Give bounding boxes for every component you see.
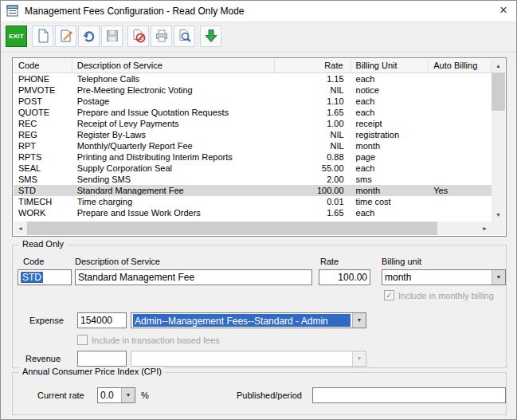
cell-description: Standard Management Fee: [72, 185, 275, 196]
horizontal-scrollbar[interactable]: ◄ ►: [14, 222, 492, 235]
cell-description: Postage: [72, 96, 275, 107]
column-header-rate[interactable]: Rate: [275, 59, 351, 73]
chevron-down-icon[interactable]: ▼: [352, 313, 366, 328]
cell-code: REC: [14, 118, 72, 129]
billing-unit-dropdown[interactable]: month ▼: [382, 269, 506, 285]
table-row[interactable]: POSTPostage1.10each: [14, 96, 492, 107]
table-row[interactable]: TIMECHTime charging0.01time cost: [14, 196, 492, 207]
preview-button[interactable]: [174, 26, 195, 47]
fee-table: Code Description of Service Rate Billing…: [12, 57, 507, 237]
expense-code-field[interactable]: 154000: [77, 312, 127, 328]
cell-rate: 1.65: [275, 107, 351, 118]
cell-unit: each: [351, 163, 429, 174]
cell-auto: [429, 151, 492, 163]
export-button[interactable]: [200, 26, 221, 47]
code-field[interactable]: STD: [18, 269, 72, 285]
page-title: Management Fees Configuration - Read Onl…: [25, 6, 244, 17]
print-button[interactable]: [151, 26, 172, 47]
delete-icon: [131, 29, 146, 43]
table-row[interactable]: PHONETelephone Calls1.15each: [14, 73, 492, 84]
cell-unit: month: [351, 185, 429, 196]
cell-auto: [429, 107, 492, 118]
undo-icon: [82, 29, 96, 43]
cell-auto: [429, 207, 492, 218]
current-rate-value: 0.0: [98, 388, 120, 402]
column-header-description[interactable]: Description of Service: [72, 59, 275, 73]
code-label: Code: [23, 257, 44, 266]
window-icon: [6, 5, 18, 17]
column-header-billing-unit[interactable]: Billing Unit: [351, 59, 429, 73]
current-rate-dropdown[interactable]: 0.0 ▼: [97, 387, 135, 403]
close-button[interactable]: ×: [491, 1, 516, 21]
new-button[interactable]: [32, 26, 53, 47]
table-row[interactable]: REGRegister By-LawsNILregistration: [14, 129, 492, 140]
cell-unit: each: [351, 96, 429, 107]
read-only-group: Read Only Code STD Description of Servic…: [12, 245, 507, 368]
description-field[interactable]: Standard Management Fee: [75, 269, 312, 285]
table-row[interactable]: STDStandard Management Fee100.00monthYes: [14, 185, 492, 196]
new-document-icon: [36, 29, 50, 43]
cell-description: Pre-Meeting Electronic Voting: [72, 84, 275, 96]
scroll-right-icon[interactable]: ►: [478, 222, 492, 235]
table-row[interactable]: RECReceipt of Levy Payments1.00receipt: [14, 118, 492, 129]
include-transaction-label: Include in transaction based fees: [92, 336, 220, 345]
edit-button[interactable]: [55, 26, 76, 47]
expense-account-dropdown[interactable]: Admin--Management Fees--Standard - Admin…: [131, 312, 366, 328]
cell-unit: sms: [351, 174, 429, 185]
cell-rate: 1.15: [275, 73, 351, 84]
published-period-field[interactable]: [312, 387, 506, 403]
cell-rate: 0.88: [275, 151, 351, 163]
column-header-auto-billing[interactable]: Auto Billing: [429, 59, 492, 73]
cell-description: Supply Corporation Seal: [72, 163, 275, 174]
cell-code: POST: [14, 96, 72, 107]
vertical-scrollbar[interactable]: ▲ ▼: [492, 59, 505, 222]
dialog-window: Management Fees Configuration - Read Onl…: [0, 0, 517, 420]
chevron-down-icon[interactable]: ▼: [121, 388, 135, 402]
rate-label: Rate: [320, 257, 339, 266]
undo-button[interactable]: [78, 26, 100, 47]
revenue-code-field[interactable]: [77, 351, 127, 367]
vertical-scroll-thumb[interactable]: [492, 73, 505, 111]
billing-unit-label: Billing unit: [382, 257, 421, 266]
cell-rate: NIL: [275, 129, 351, 140]
table-row[interactable]: QUOTEPrepare and Issue Quotation Request…: [14, 107, 492, 118]
cell-rate: 1.65: [275, 207, 351, 218]
cell-unit: each: [351, 107, 429, 118]
toolbar: EXIT: [6, 23, 221, 49]
cell-auto: [429, 96, 492, 107]
exit-button[interactable]: EXIT: [6, 26, 27, 47]
cell-code: STD: [14, 185, 72, 196]
chevron-down-icon[interactable]: ▼: [352, 351, 366, 366]
table-row[interactable]: RPTMonthly/Quarterly Report FeeNILmonth: [14, 140, 492, 151]
scroll-left-icon[interactable]: ◄: [14, 222, 27, 235]
cell-rate: 1.00: [275, 118, 351, 129]
save-button[interactable]: [101, 26, 123, 47]
include-transaction-checkbox[interactable]: Include in transaction based fees: [77, 335, 220, 345]
cell-auto: [429, 163, 492, 174]
percent-label: %: [141, 391, 149, 400]
current-rate-label: Current rate: [37, 391, 84, 400]
cell-description: Time charging: [72, 196, 275, 207]
chevron-down-icon[interactable]: ▼: [492, 270, 505, 285]
table-row[interactable]: SMSSending SMS2.00sms: [14, 174, 492, 185]
table-row[interactable]: SEALSupply Corporation Seal55.00each: [14, 163, 492, 174]
scroll-down-icon[interactable]: ▼: [492, 208, 505, 222]
cell-unit: registration: [351, 129, 429, 140]
table-row[interactable]: WORKPrepare and Issue Work Orders1.65eac…: [14, 207, 492, 218]
column-header-code[interactable]: Code: [14, 59, 72, 73]
table-row[interactable]: PMVOTEPre-Meeting Electronic VotingNILno…: [14, 84, 492, 96]
rate-field[interactable]: 100.00: [319, 269, 370, 285]
include-monthly-checkbox[interactable]: ✓ Include in monthly billing: [384, 290, 494, 300]
published-period-label: Published/period: [237, 391, 302, 400]
scroll-up-icon[interactable]: ▲: [492, 59, 505, 73]
cell-code: WORK: [14, 207, 72, 218]
table-row[interactable]: RPTSPrinting and Distributing Interim Re…: [14, 151, 492, 163]
horizontal-scroll-thumb[interactable]: [27, 222, 437, 235]
description-label: Description of Service: [75, 257, 160, 266]
revenue-account-dropdown[interactable]: ▼: [131, 351, 366, 367]
delete-button[interactable]: [127, 26, 149, 47]
cell-auto: [429, 196, 492, 207]
cell-description: Monthly/Quarterly Report Fee: [72, 140, 275, 151]
cell-description: Prepare and Issue Work Orders: [72, 207, 275, 218]
cell-code: SEAL: [14, 163, 72, 174]
